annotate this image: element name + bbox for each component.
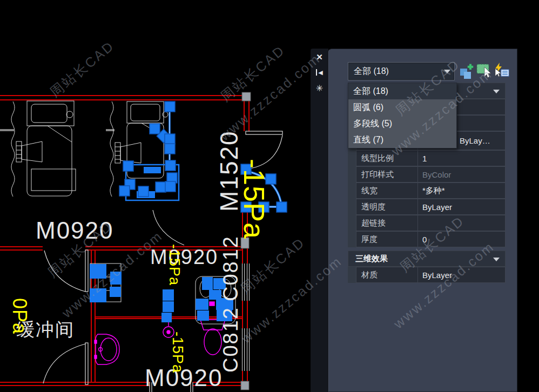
furniture-white <box>16 101 235 324</box>
autohide-glyph: ◀ <box>316 69 322 76</box>
curtain-lines <box>11 102 113 197</box>
selected-blocks <box>90 264 233 322</box>
linetype-text: ByLay… <box>460 136 490 145</box>
property-row-transparency[interactable]: 透明度 ByLayer <box>348 199 506 215</box>
label-neg15pa-mid: -15Pa <box>166 244 183 286</box>
property-row-material[interactable]: 材质 ByLayer <box>348 267 506 283</box>
row-indent <box>348 199 356 215</box>
palette-titlebar: ✕ ◀ ✳ <box>311 49 328 392</box>
select-objects-button[interactable] <box>476 62 492 78</box>
property-value[interactable] <box>417 215 506 231</box>
property-row-lineweight[interactable]: 线宽 *多种* <box>348 183 506 199</box>
property-label: 超链接 <box>356 215 417 231</box>
section-title: 三维效果 <box>355 254 388 264</box>
select-objects-icon <box>476 62 492 78</box>
property-row-thickness[interactable]: 厚度 0 <box>348 231 506 247</box>
window-symbols <box>242 263 249 371</box>
dropdown-option-arc[interactable]: 圆弧 (6) <box>348 99 456 116</box>
label-m0920-left: M0920 <box>36 217 114 244</box>
property-row-plotstyle[interactable]: 打印样式 ByColor <box>348 166 506 183</box>
property-value[interactable]: *多种* <box>417 183 506 199</box>
object-type-dropdown: 全部 (18) 圆弧 (6) 多段线 (5) 直线 (7) <box>348 83 457 148</box>
label-neg15pa-big: -15Pa <box>238 159 271 239</box>
property-label: 厚度 <box>356 231 417 247</box>
row-indent <box>348 231 356 247</box>
row-indent <box>348 267 356 283</box>
row-indent <box>348 215 356 231</box>
collapse-icon <box>493 90 500 93</box>
autohide-icon[interactable]: ◀ <box>311 69 328 76</box>
label-0pa: 0Pa <box>9 298 31 334</box>
label-c0812-lower: C0812 <box>219 307 242 373</box>
close-icon[interactable]: ✕ <box>311 52 328 62</box>
toggle-pickadd-sets-button[interactable] <box>459 63 475 79</box>
combo-dropdown-button[interactable] <box>440 63 454 80</box>
quick-select-icon <box>493 62 509 78</box>
autocad-viewport: M0920 M0920 M0920 缓冲间 M1520 C0812 C0812 … <box>0 0 539 392</box>
label-m0920-mid: M0920 <box>150 246 218 268</box>
property-label: 透明度 <box>356 199 417 215</box>
floorplan-canvas[interactable]: M0920 M0920 M0920 缓冲间 M1520 C0812 C0812 … <box>0 0 313 392</box>
palette-body: 全部 (18) <box>328 49 517 392</box>
property-value[interactable]: 1 <box>417 150 506 166</box>
property-value: ByColor <box>417 166 506 183</box>
property-value[interactable]: ByLayer <box>417 199 506 215</box>
object-type-value: 全部 (18) <box>348 66 440 77</box>
label-neg15pa-low: -15Pa <box>170 332 186 373</box>
property-value[interactable]: 0 <box>417 231 506 247</box>
section-header-3d-effects[interactable]: 三维效果 <box>348 251 506 267</box>
property-label: 线型比例 <box>356 150 417 166</box>
properties-palette: ✕ ◀ ✳ 全部 (18) <box>311 49 517 392</box>
selection-sets-icon <box>459 63 475 79</box>
chevron-down-icon <box>444 70 450 73</box>
property-row-hyperlink[interactable]: 超链接 <box>348 215 506 231</box>
property-label: 线宽 <box>356 183 417 199</box>
collapse-icon <box>493 258 500 261</box>
property-row-ltscale[interactable]: 线型比例 1 <box>348 150 506 166</box>
property-label: 打印样式 <box>356 166 417 183</box>
row-indent <box>348 183 356 199</box>
property-label: 材质 <box>356 267 417 283</box>
object-type-select[interactable]: 全部 (18) <box>348 62 455 80</box>
row-indent <box>348 150 356 166</box>
quick-select-button[interactable] <box>493 62 509 78</box>
palette-menu-icon[interactable]: ✳ <box>311 83 328 93</box>
dropdown-option-polyline[interactable]: 多段线 (5) <box>348 116 456 132</box>
row-indent <box>348 166 356 183</box>
dropdown-option-line[interactable]: 直线 (7) <box>348 132 456 148</box>
dropdown-option-all[interactable]: 全部 (18) <box>348 83 456 99</box>
label-c0812-upper: C0812 <box>219 235 242 301</box>
property-value[interactable]: ByLayer <box>417 267 506 283</box>
